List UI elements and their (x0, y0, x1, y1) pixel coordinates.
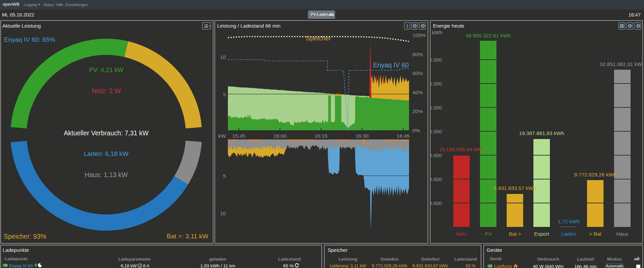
svg-text:32.851.082,31 kWh: 32.851.082,31 kWh (600, 61, 644, 67)
svg-text:Laden: Laden (561, 231, 576, 237)
svg-text:Export: Export (534, 231, 549, 237)
svg-text:0%: 0% (412, 128, 420, 133)
svg-text:10.000.000: 10.000.000 (416, 176, 442, 182)
svg-text:10: 10 (220, 54, 226, 60)
svg-text:100%: 100% (412, 32, 426, 38)
svg-text:6.931.633,57 kWh: 6.931.633,57 kWh (494, 185, 536, 191)
svg-text:kW: kW (218, 133, 226, 139)
svg-text:16:15: 16:15 (315, 133, 328, 139)
svg-text:PV: PV (485, 231, 492, 237)
svg-text:Bat >: Bat > (509, 231, 521, 237)
svg-text:30.000.000: 30.000.000 (416, 81, 442, 87)
svg-text:15:45: 15:45 (232, 133, 245, 139)
svg-text:Speicher: Speicher (306, 35, 331, 42)
svg-text:1,72 kWh: 1,72 kWh (558, 219, 579, 224)
svg-text:20%: 20% (412, 108, 423, 114)
svg-text:10: 10 (220, 210, 226, 216)
svg-text:Enyaq IV 60: Enyaq IV 60 (373, 61, 409, 69)
svg-text:60%: 60% (412, 70, 423, 76)
svg-text:15.124.038,94 kWh: 15.124.038,94 kWh (439, 146, 484, 152)
svg-text:5: 5 (223, 173, 226, 179)
svg-text:5: 5 (223, 92, 226, 97)
svg-text:18.387.881,83 kWh: 18.387.881,83 kWh (519, 130, 564, 136)
svg-text:Netz: Netz (456, 231, 467, 237)
svg-text:16:30: 16:30 (356, 133, 369, 139)
svg-text:16:45: 16:45 (397, 133, 410, 139)
svg-text:5.000.000: 5.000.000 (419, 200, 442, 206)
svg-text:15.000.000: 15.000.000 (416, 153, 442, 158)
svg-text:38.955.322,61 kWh: 38.955.322,61 kWh (466, 33, 511, 38)
svg-text:3: 3 (139, 264, 141, 267)
svg-text:16:00: 16:00 (273, 133, 286, 139)
svg-text:35.000.000: 35.000.000 (416, 57, 442, 63)
svg-text:kWh: kWh (432, 30, 442, 35)
svg-text:80%: 80% (412, 52, 423, 57)
svg-text:40%: 40% (412, 90, 423, 95)
svg-text:Haus: Haus (616, 231, 628, 237)
svg-text:> Bat: > Bat (589, 231, 602, 237)
svg-text:9.772.029,26 kWh: 9.772.029,26 kWh (574, 172, 616, 177)
